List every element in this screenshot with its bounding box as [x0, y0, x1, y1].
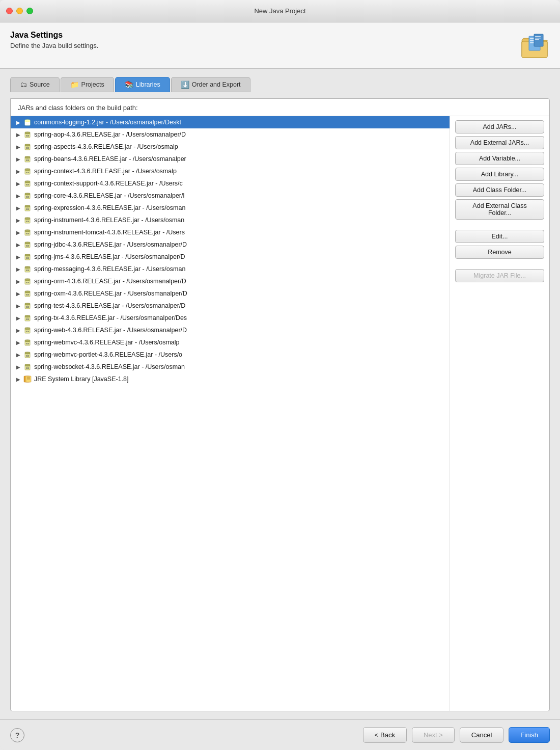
list-item-label: spring-webmvc-portlet-4.3.6.RELEASE.jar …	[34, 351, 182, 358]
list-item[interactable]: ▶ 010 spring-web-4.3.6.RELEASE.jar - /Us…	[11, 324, 450, 336]
list-item[interactable]: ▶ 010 spring-aspects-4.3.6.RELEASE.jar -…	[11, 141, 450, 153]
svg-rect-7	[535, 36, 541, 37]
add-jars-button[interactable]: Add JARs...	[455, 120, 544, 133]
list-item-label: spring-oxm-4.3.6.RELEASE.jar - /Users/os…	[34, 290, 187, 297]
remove-button[interactable]: Remove	[455, 246, 544, 259]
list-item[interactable]: ▶ 010 spring-oxm-4.3.6.RELEASE.jar - /Us…	[11, 287, 450, 300]
svg-text:010: 010	[26, 232, 30, 235]
list-item-label: spring-webmvc-4.3.6.RELEASE.jar - /Users…	[34, 339, 180, 346]
projects-tab-icon: 📁	[70, 81, 79, 89]
svg-text:010: 010	[26, 342, 30, 345]
panel-description: JARs and class folders on the build path…	[18, 104, 138, 112]
svg-rect-76	[25, 315, 30, 317]
expand-arrow-icon: ▶	[15, 327, 22, 334]
jar-icon: 010	[23, 313, 32, 323]
expand-arrow-icon: ▶	[15, 241, 22, 248]
list-item[interactable]: ▶ 010 spring-context-support-4.3.6.RELEA…	[11, 177, 450, 190]
cancel-button[interactable]: Cancel	[460, 727, 503, 743]
minimize-button[interactable]	[16, 8, 23, 14]
list-item[interactable]: ▶ 010 spring-core-4.3.6.RELEASE.jar - /U…	[11, 190, 450, 202]
jar-icon: 010	[23, 203, 32, 212]
expand-arrow-icon: ▶	[15, 314, 22, 322]
svg-rect-28	[25, 169, 30, 170]
add-library-button[interactable]: Add Library...	[455, 168, 544, 181]
list-item[interactable]: ▶ 010 spring-context-4.3.6.RELEASE.jar -…	[11, 165, 450, 177]
svg-text:010: 010	[26, 306, 30, 308]
help-button[interactable]: ?	[10, 728, 24, 742]
list-item[interactable]: ▶ 010 commons-logging-1.2.jar - /Users/o…	[11, 116, 450, 128]
header-text: Java Settings Define the Java build sett…	[10, 31, 98, 49]
svg-text:010: 010	[26, 318, 30, 320]
migrate-jar-button[interactable]: Migrate JAR File...	[455, 269, 544, 282]
list-item[interactable]: ▶ JRE System Library [JavaSE-1.8]	[11, 373, 450, 385]
list-item-label: spring-aop-4.3.6.RELEASE.jar - /Users/os…	[34, 131, 186, 138]
close-button[interactable]	[6, 8, 13, 14]
next-button[interactable]: Next >	[412, 727, 455, 743]
svg-rect-40	[25, 205, 30, 207]
tab-projects[interactable]: 📁 Projects	[61, 77, 114, 92]
jar-icon: 010	[23, 338, 32, 347]
jar-icon: 010	[23, 154, 32, 164]
list-item[interactable]: ▶ 010 spring-instrument-4.3.6.RELEASE.ja…	[11, 214, 450, 226]
folder-icon	[520, 31, 549, 61]
jar-icon: 010	[23, 240, 32, 249]
list-item[interactable]: ▶ 010 spring-webmvc-4.3.6.RELEASE.jar - …	[11, 336, 450, 349]
back-button[interactable]: < Back	[363, 727, 407, 743]
list-item[interactable]: ▶ 010 spring-webmvc-portlet-4.3.6.RELEAS…	[11, 349, 450, 361]
list-item[interactable]: ▶ 010 spring-beans-4.3.6.RELEASE.jar - /…	[11, 153, 450, 165]
tabs-container: 🗂 Source 📁 Projects 📚 Libraries ⬇️ Order…	[10, 77, 550, 92]
add-external-jars-button[interactable]: Add External JARs...	[455, 136, 544, 149]
expand-arrow-icon: ▶	[15, 217, 22, 224]
tab-order-export[interactable]: ⬇️ Order and Export	[171, 77, 250, 92]
svg-text:010: 010	[26, 159, 30, 162]
list-item[interactable]: ▶ 010 spring-instrument-tomcat-4.3.6.REL…	[11, 226, 450, 238]
list-item[interactable]: ▶ 010 spring-aop-4.3.6.RELEASE.jar - /Us…	[11, 128, 450, 141]
svg-text:010: 010	[26, 257, 30, 259]
expand-arrow-icon: ▶	[15, 131, 22, 138]
source-tab-icon: 🗂	[20, 81, 27, 89]
tab-source[interactable]: 🗂 Source	[10, 77, 60, 92]
list-item[interactable]: ▶ 010 spring-jms-4.3.6.RELEASE.jar - /Us…	[11, 251, 450, 263]
list-item[interactable]: ▶ 010 spring-test-4.3.6.RELEASE.jar - /U…	[11, 300, 450, 312]
jar-icon: 010	[23, 326, 32, 335]
list-item[interactable]: ▶ 010 spring-websocket-4.3.6.RELEASE.jar…	[11, 361, 450, 373]
add-variable-button[interactable]: Add Variable...	[455, 152, 544, 165]
svg-text:010: 010	[26, 196, 30, 198]
finish-button[interactable]: Finish	[509, 727, 550, 743]
list-item-label: JRE System Library [JavaSE-1.8]	[34, 376, 128, 383]
svg-rect-44	[25, 218, 30, 219]
svg-text:010: 010	[26, 147, 30, 149]
tab-order-export-label: Order and Export	[192, 81, 241, 88]
add-external-class-folder-button[interactable]: Add External Class Folder...	[455, 199, 544, 220]
svg-text:010: 010	[26, 220, 30, 223]
footer-left: ?	[10, 728, 24, 742]
list-item-label: spring-aspects-4.3.6.RELEASE.jar - /User…	[34, 143, 178, 150]
svg-text:010: 010	[26, 122, 30, 125]
maximize-button[interactable]	[26, 8, 33, 14]
list-item[interactable]: ▶ 010 spring-jdbc-4.3.6.RELEASE.jar - /U…	[11, 238, 450, 251]
list-item-label: spring-instrument-tomcat-4.3.6.RELEASE.j…	[34, 229, 185, 236]
jar-icon: 010	[23, 252, 32, 261]
add-class-folder-button[interactable]: Add Class Folder...	[455, 183, 544, 197]
order-export-tab-icon: ⬇️	[181, 81, 189, 89]
expand-arrow-icon: ▶	[15, 363, 22, 370]
list-item[interactable]: ▶ 010 spring-messaging-4.3.6.RELEASE.jar…	[11, 263, 450, 275]
expand-arrow-icon: ▶	[15, 155, 22, 163]
list-item[interactable]: ▶ 010 spring-orm-4.3.6.RELEASE.jar - /Us…	[11, 275, 450, 287]
jar-icon: 010	[23, 191, 32, 200]
list-item-label: commons-logging-1.2.jar - /Users/osmanal…	[34, 119, 181, 126]
list-item-label: spring-jdbc-4.3.6.RELEASE.jar - /Users/o…	[34, 241, 187, 248]
library-list[interactable]: ▶ 010 commons-logging-1.2.jar - /Users/o…	[11, 116, 450, 711]
tab-libraries[interactable]: 📚 Libraries	[115, 77, 170, 92]
expand-arrow-icon: ▶	[15, 290, 22, 297]
svg-rect-12	[25, 120, 30, 121]
svg-rect-36	[25, 193, 30, 195]
list-item-label: spring-instrument-4.3.6.RELEASE.jar - /U…	[34, 217, 184, 224]
header-icon	[519, 31, 550, 61]
list-item-label: spring-jms-4.3.6.RELEASE.jar - /Users/os…	[34, 253, 185, 260]
svg-text:010: 010	[26, 183, 30, 186]
list-item[interactable]: ▶ 010 spring-expression-4.3.6.RELEASE.ja…	[11, 202, 450, 214]
edit-button[interactable]: Edit...	[455, 230, 544, 243]
svg-text:010: 010	[26, 367, 30, 369]
list-item[interactable]: ▶ 010 spring-tx-4.3.6.RELEASE.jar - /Use…	[11, 312, 450, 324]
